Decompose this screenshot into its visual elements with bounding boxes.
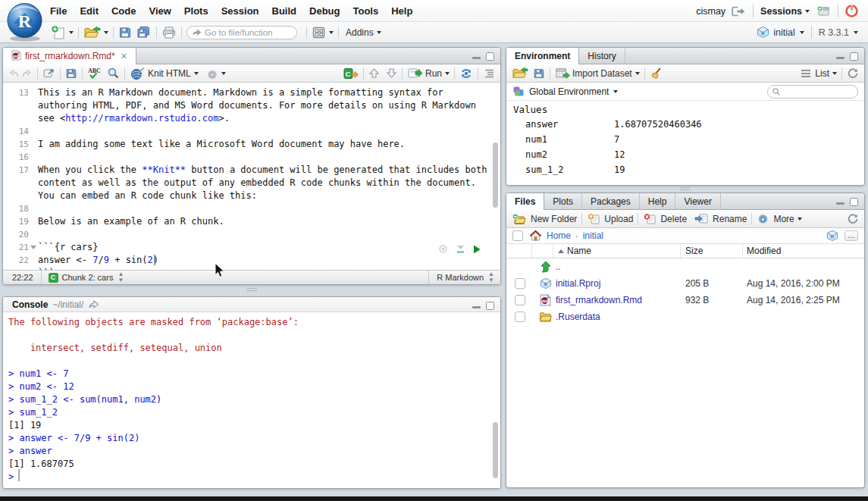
spellcheck-icon[interactable]: ABC xyxy=(87,67,102,80)
editor-scrollbar[interactable] xyxy=(493,142,498,208)
breadcrumb-home[interactable]: Home xyxy=(547,230,571,241)
tab-packages[interactable]: Packages xyxy=(582,193,640,209)
tab-help[interactable]: Help xyxy=(640,193,676,209)
print-icon[interactable] xyxy=(161,26,177,39)
menu-code[interactable]: Code xyxy=(111,5,136,17)
environment-variable-row[interactable]: answer1.68707520460346 xyxy=(506,117,864,132)
file-checkbox[interactable] xyxy=(515,295,525,305)
environment-search[interactable] xyxy=(767,85,858,99)
document-outline-icon[interactable] xyxy=(483,68,495,79)
menu-session[interactable]: Session xyxy=(221,5,259,17)
list-view-selector[interactable]: List xyxy=(815,68,829,79)
breadcrumb-initial[interactable]: initial xyxy=(583,230,603,241)
menu-tools[interactable]: Tools xyxy=(353,5,378,17)
find-replace-icon[interactable] xyxy=(107,67,120,80)
close-tab-icon[interactable]: ✕ xyxy=(121,52,127,61)
file-checkbox[interactable] xyxy=(515,312,525,322)
clear-workspace-icon[interactable] xyxy=(650,67,663,80)
file-link[interactable]: initial.Rproj xyxy=(556,278,600,289)
column-name[interactable]: Name xyxy=(567,246,591,256)
menu-build[interactable]: Build xyxy=(272,5,297,17)
run-button[interactable]: Run xyxy=(425,68,442,79)
tab-plots[interactable]: Plots xyxy=(544,193,582,209)
menu-edit[interactable]: Edit xyxy=(80,5,99,17)
file-link[interactable]: .. xyxy=(556,261,561,272)
select-all-checkbox[interactable] xyxy=(512,230,523,241)
forward-icon[interactable] xyxy=(20,68,33,79)
console-body[interactable]: The following objects are masked from ‘p… xyxy=(3,313,500,489)
refresh-environment-icon[interactable] xyxy=(847,67,859,80)
tab-viewer[interactable]: Viewer xyxy=(675,193,720,209)
pane-layout-caret-icon[interactable] xyxy=(329,31,334,34)
new-file-icon[interactable] xyxy=(50,25,66,40)
pane-layout-icon[interactable] xyxy=(312,26,326,39)
upload-button[interactable]: Upload xyxy=(604,214,633,224)
knit-caret-icon[interactable] xyxy=(194,72,199,75)
column-size[interactable]: Size xyxy=(685,246,703,256)
menu-plots[interactable]: Plots xyxy=(184,5,208,17)
maximize-icon[interactable] xyxy=(486,52,494,61)
insert-chunk-icon[interactable]: C xyxy=(342,67,359,80)
environment-variable-row[interactable]: sum_1_219 xyxy=(506,162,864,177)
minimize-icon[interactable] xyxy=(472,52,481,61)
column-modified[interactable]: Modified xyxy=(747,246,781,256)
quit-session-icon[interactable] xyxy=(845,5,858,17)
maximize-icon[interactable] xyxy=(850,52,858,61)
back-icon[interactable] xyxy=(8,68,20,79)
tab-files[interactable]: Files xyxy=(506,193,544,211)
fold-marker-icon[interactable] xyxy=(30,246,36,249)
run-caret-icon[interactable] xyxy=(445,72,450,75)
open-file-icon[interactable] xyxy=(83,26,101,39)
menu-help[interactable]: Help xyxy=(391,5,412,17)
knit-button[interactable]: Knit HTML xyxy=(148,68,191,79)
mode-selector[interactable]: R Markdown ▲▼ xyxy=(428,271,500,285)
new-session-icon[interactable] xyxy=(816,5,831,17)
run-chunks-above-icon[interactable] xyxy=(456,245,465,254)
load-workspace-icon[interactable] xyxy=(512,67,528,80)
go-previous-chunk-icon[interactable] xyxy=(368,67,380,79)
save-icon[interactable] xyxy=(118,26,132,39)
horizontal-splitter-grip[interactable] xyxy=(246,288,257,291)
minimize-icon[interactable] xyxy=(472,302,481,310)
maximize-icon[interactable] xyxy=(486,302,494,310)
new-file-caret-icon[interactable] xyxy=(69,31,74,34)
run-current-chunk-icon[interactable] xyxy=(473,245,481,254)
save-workspace-icon[interactable] xyxy=(533,67,545,80)
chunk-options-icon[interactable] xyxy=(438,244,448,254)
project-files-icon[interactable]: R xyxy=(826,230,838,242)
tab-history[interactable]: History xyxy=(579,48,625,64)
menu-debug[interactable]: Debug xyxy=(309,5,340,17)
new-folder-button[interactable]: New Folder xyxy=(531,214,577,224)
console-scrollbar[interactable] xyxy=(493,422,498,478)
maximize-icon[interactable] xyxy=(850,198,858,206)
addins-menu[interactable]: Addins xyxy=(346,27,374,38)
chunk-selector[interactable]: Chunk 2: cars xyxy=(62,273,114,282)
minimize-icon[interactable] xyxy=(836,198,844,206)
environment-variable-row[interactable]: num212 xyxy=(506,147,864,162)
project-menu[interactable]: initial xyxy=(773,27,795,38)
minimize-icon[interactable] xyxy=(836,52,844,61)
delete-button[interactable]: Delete xyxy=(660,214,687,224)
source-settings-caret-icon[interactable] xyxy=(221,72,226,75)
save-all-icon[interactable] xyxy=(136,25,152,39)
tab-first-rmarkdown[interactable]: md first_rmarkdown.Rmd*✕ xyxy=(3,48,136,65)
menu-file[interactable]: File xyxy=(50,5,67,17)
go-next-chunk-icon[interactable] xyxy=(386,67,397,79)
more-columns-button[interactable]: … xyxy=(844,230,858,241)
file-link[interactable]: .Ruserdata xyxy=(556,312,600,322)
open-file-caret-icon[interactable] xyxy=(104,31,108,34)
environment-variable-row[interactable]: num17 xyxy=(506,132,864,147)
r-version-menu[interactable]: R 3.3.1 xyxy=(819,27,849,38)
save-source-icon[interactable] xyxy=(65,67,77,80)
menu-view[interactable]: View xyxy=(149,5,171,17)
refresh-files-icon[interactable] xyxy=(847,213,859,225)
file-checkbox[interactable] xyxy=(515,278,525,289)
more-button[interactable]: More xyxy=(773,214,794,224)
sessions-menu[interactable]: Sessions xyxy=(760,6,802,17)
rerun-icon[interactable] xyxy=(459,67,473,80)
tab-environment[interactable]: Environment xyxy=(506,48,579,65)
source-settings-icon[interactable] xyxy=(206,67,218,80)
file-link[interactable]: first_rmarkdown.Rmd xyxy=(556,295,642,305)
editor[interactable]: 1213This is an R Markdown document. Mark… xyxy=(3,83,500,272)
goto-file-search[interactable]: Go to file/function xyxy=(186,26,297,39)
